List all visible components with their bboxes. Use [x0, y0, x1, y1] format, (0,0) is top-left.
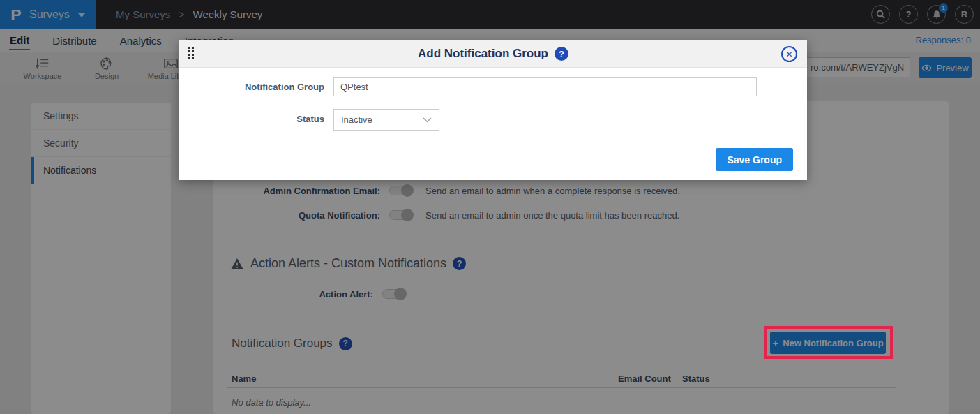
modal-footer-divider	[186, 142, 800, 142]
status-select[interactable]: Inactive	[333, 109, 439, 131]
questionpro-app: P Surveys My Surveys > Weekly Survey ? 1…	[0, 0, 980, 414]
status-field-label: Status	[179, 114, 324, 124]
status-selected-value: Inactive	[341, 114, 372, 125]
drag-handle-icon[interactable]	[188, 47, 194, 59]
modal-help-icon[interactable]: ?	[555, 47, 568, 61]
annotation-highlight-box	[764, 326, 893, 359]
modal-title: Add Notification Group	[418, 47, 548, 61]
notification-group-field-label: Notification Group	[179, 82, 324, 92]
modal-header: Add Notification Group ? ✕	[179, 40, 807, 68]
notification-group-input[interactable]	[333, 77, 757, 96]
save-group-button[interactable]: Save Group	[716, 148, 793, 171]
chevron-down-icon	[423, 117, 432, 123]
close-icon[interactable]: ✕	[781, 46, 797, 62]
add-notification-group-modal: Add Notification Group ? ✕ Notification …	[179, 40, 807, 180]
